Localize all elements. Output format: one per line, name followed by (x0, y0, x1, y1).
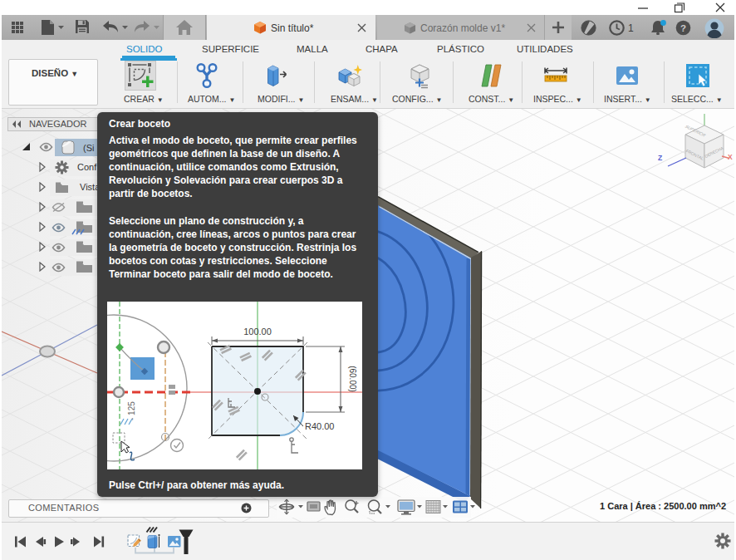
svg-text:R40.00: R40.00 (305, 421, 334, 431)
svg-text:(60.00): (60.00) (348, 366, 357, 392)
svg-text:100.00: 100.00 (243, 327, 272, 336)
svg-text:X: X (728, 153, 733, 161)
svg-text:- 125: - 125 (127, 401, 136, 420)
svg-text:?: ? (680, 23, 686, 33)
svg-text:Z: Z (658, 154, 662, 162)
